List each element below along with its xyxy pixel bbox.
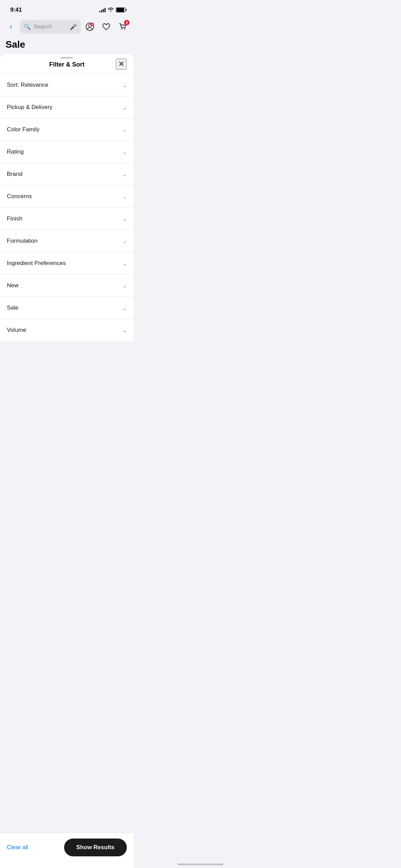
page-title: Sale — [5, 39, 128, 50]
top-nav: ‹ 🔍 Search 🎤 2 — [0, 17, 134, 36]
drag-handle[interactable] — [61, 57, 73, 59]
filter-item-rating[interactable]: Rating ⌄ — [0, 141, 134, 163]
chevron-down-icon: ⌄ — [122, 216, 127, 222]
filter-label-color: Color Family — [7, 126, 39, 133]
svg-point-5 — [124, 28, 125, 29]
status-time: 9:41 — [10, 7, 22, 13]
profile-icon — [85, 22, 94, 31]
svg-point-4 — [121, 28, 122, 29]
chevron-down-icon: ⌄ — [122, 171, 127, 178]
close-icon: ✕ — [118, 60, 124, 69]
chevron-down-icon: ⌄ — [122, 260, 127, 267]
filter-label-sort: Sort: Relevance — [7, 82, 48, 88]
chevron-down-icon: ⌄ — [122, 82, 127, 88]
filter-item-brand[interactable]: Brand ⌄ — [0, 163, 134, 185]
chevron-down-icon: ⌄ — [122, 104, 127, 111]
filter-item-pickup[interactable]: Pickup & Delivery ⌄ — [0, 96, 134, 119]
filter-label-concerns: Concerns — [7, 193, 32, 200]
filter-label-new: New — [7, 282, 19, 289]
filter-item-new[interactable]: New ⌄ — [0, 275, 134, 297]
chevron-down-icon: ⌄ — [122, 126, 127, 133]
battery-icon — [116, 8, 125, 12]
filter-item-sort[interactable]: Sort: Relevance ⌄ — [0, 74, 134, 96]
filter-list: Sort: Relevance ⌄ Pickup & Delivery ⌄ Co… — [0, 74, 134, 341]
chevron-down-icon: ⌄ — [122, 193, 127, 200]
search-placeholder: Search — [34, 23, 67, 30]
filter-item-finish[interactable]: Finish ⌄ — [0, 208, 134, 230]
chevron-down-icon: ⌄ — [122, 282, 127, 289]
chevron-down-icon: ⌄ — [122, 149, 127, 155]
chevron-down-icon: ⌄ — [122, 327, 127, 334]
filter-label-sale: Sale — [7, 304, 19, 311]
status-icons — [99, 7, 125, 13]
filter-item-color[interactable]: Color Family ⌄ — [0, 119, 134, 141]
profile-button[interactable] — [84, 21, 95, 32]
filter-label-rating: Rating — [7, 148, 24, 155]
filter-title: Filter & Sort — [49, 61, 84, 68]
close-button[interactable]: ✕ — [116, 59, 127, 70]
filter-label-brand: Brand — [7, 171, 22, 178]
filter-label-formulation: Formulation — [7, 238, 38, 244]
filter-sheet: Filter & Sort ✕ Sort: Relevance ⌄ Pickup… — [0, 54, 134, 341]
filter-item-concerns[interactable]: Concerns ⌄ — [0, 185, 134, 208]
microphone-icon[interactable]: 🎤 — [70, 24, 77, 30]
back-button[interactable]: ‹ — [5, 21, 16, 32]
filter-item-formulation[interactable]: Formulation ⌄ — [0, 230, 134, 252]
filter-item-sale[interactable]: Sale ⌄ — [0, 297, 134, 319]
cart-button[interactable]: 2 — [117, 21, 128, 32]
chevron-down-icon: ⌄ — [122, 305, 127, 311]
cart-badge: 2 — [124, 20, 130, 25]
signal-icon — [99, 8, 106, 12]
filter-header: Filter & Sort ✕ — [0, 54, 134, 74]
filter-item-ingredient[interactable]: Ingredient Preferences ⌄ — [0, 252, 134, 275]
back-chevron-icon: ‹ — [10, 22, 12, 31]
filter-label-pickup: Pickup & Delivery — [7, 104, 52, 111]
nav-icons: 2 — [84, 21, 128, 32]
sale-header: Sale — [0, 36, 134, 54]
filter-item-volume[interactable]: Volume ⌄ — [0, 319, 134, 341]
search-bar[interactable]: 🔍 Search 🎤 — [20, 20, 81, 34]
filter-label-ingredient: Ingredient Preferences — [7, 260, 66, 267]
wishlist-button[interactable] — [101, 21, 112, 32]
wifi-icon — [108, 7, 114, 13]
chevron-down-icon: ⌄ — [122, 238, 127, 244]
heart-icon — [102, 22, 111, 31]
search-icon: 🔍 — [24, 24, 31, 30]
filter-label-volume: Volume — [7, 327, 26, 334]
status-bar: 9:41 — [0, 0, 134, 17]
filter-label-finish: Finish — [7, 215, 22, 222]
